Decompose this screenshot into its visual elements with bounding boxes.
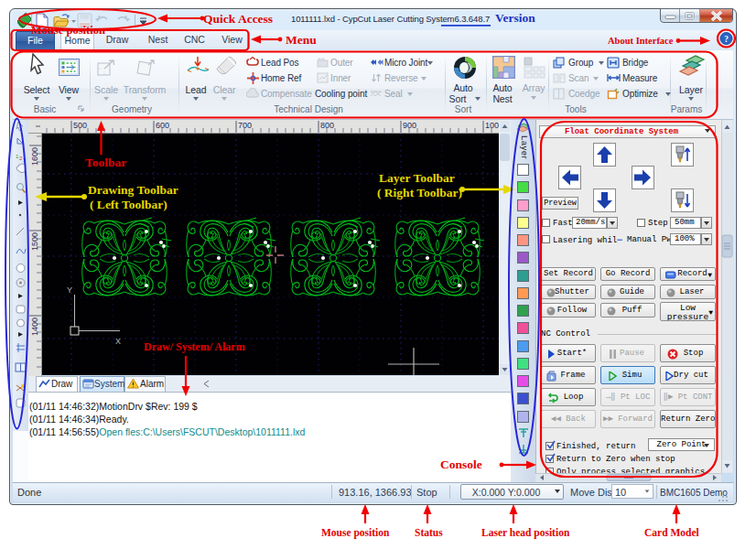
svg-text:?: ? bbox=[724, 35, 729, 44]
